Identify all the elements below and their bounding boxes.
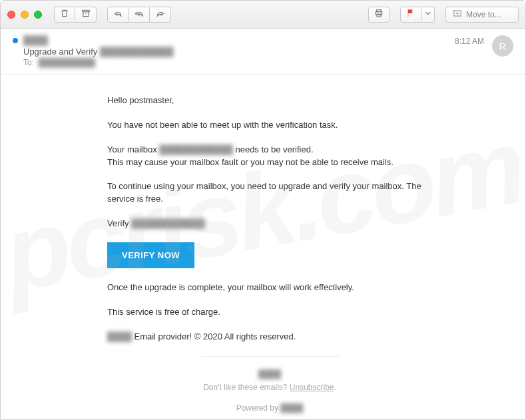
verify-now-button[interactable]: VERIFY NOW <box>107 242 194 268</box>
delete-button[interactable] <box>54 7 75 23</box>
flag-button[interactable] <box>400 7 421 23</box>
message-footer: ████ Don't like these emails? Unsubscrib… <box>200 356 339 419</box>
message-body: Hello postmaster, You have not been able… <box>1 75 525 419</box>
window-controls <box>7 11 42 19</box>
subject-row: Upgrade and Verify ████████████ <box>23 47 455 57</box>
flag-icon <box>406 9 415 20</box>
body-p4: To continue using your mailbox, you need… <box>107 180 432 206</box>
print-icon <box>374 9 384 20</box>
reply-all-button[interactable] <box>129 7 150 23</box>
archive-icon <box>81 9 91 20</box>
minimize-window-button[interactable] <box>21 11 29 19</box>
avatar-initial: R <box>499 41 507 52</box>
body-p2-redacted: ████████████ <box>159 144 233 156</box>
unread-indicator-icon <box>13 38 18 43</box>
flag-dropdown-button[interactable] <box>421 7 435 23</box>
sender-name: ████ <box>23 35 48 45</box>
print-button[interactable] <box>368 7 390 23</box>
body-p6: Once the upgrade is complete, your mailb… <box>107 282 432 294</box>
subject-redacted: ████████████ <box>100 47 174 57</box>
footer-redacted-2: ████ <box>280 403 303 414</box>
trash-icon <box>60 9 69 20</box>
svg-rect-0 <box>82 10 89 11</box>
move-icon <box>453 9 462 20</box>
move-to-button[interactable]: Move to... <box>445 7 519 23</box>
reply-group <box>107 7 171 23</box>
body-p5: Verify ████████████ <box>107 218 432 230</box>
delete-group <box>54 7 97 23</box>
body-greeting: Hello postmaster, <box>107 95 432 107</box>
footer-text: Don't like these emails? <box>203 383 290 392</box>
body-p8: ████ Email provider! © 2020 All rights r… <box>107 331 432 343</box>
body-p8-redacted: ████ <box>107 331 132 343</box>
message-time: 8:12 AM <box>455 37 484 46</box>
titlebar: Move to... <box>1 1 525 29</box>
body-p7: This service is free of charge. <box>107 306 432 319</box>
to-value: ██████████ <box>39 58 95 67</box>
body-p2: Your mailbox ████████████ needs to be ve… <box>107 144 432 156</box>
sender-row: ████ <box>13 35 455 45</box>
reply-icon <box>113 9 123 20</box>
close-window-button[interactable] <box>7 11 15 19</box>
reply-all-icon <box>134 9 144 20</box>
to-row: To: ██████████ <box>23 58 455 67</box>
mail-window: Move to... ████ Upgrade and Verify █████… <box>0 0 526 420</box>
body-p3: This may cause your mailbox fault or you… <box>107 156 432 169</box>
powered-by-text: Powered by <box>236 403 281 413</box>
subject-text: Upgrade and Verify <box>23 47 100 57</box>
avatar: R <box>492 35 513 57</box>
body-p1: You have not been able to meet up with t… <box>107 119 432 132</box>
reply-button[interactable] <box>107 7 129 23</box>
message-header: ████ Upgrade and Verify ████████████ To:… <box>1 29 525 75</box>
forward-icon <box>156 9 165 20</box>
footer-redacted-1: ████ <box>258 369 281 380</box>
unsubscribe-link[interactable]: Unsubscribe <box>290 383 334 392</box>
body-p5-redacted: ████████████ <box>131 218 205 230</box>
flag-group <box>400 7 435 23</box>
archive-button[interactable] <box>75 7 97 23</box>
zoom-window-button[interactable] <box>34 11 42 19</box>
chevron-down-icon <box>423 9 433 20</box>
forward-button[interactable] <box>150 7 171 23</box>
to-label: To: <box>23 58 34 67</box>
move-to-label: Move to... <box>466 10 501 19</box>
svg-rect-4 <box>454 11 461 16</box>
